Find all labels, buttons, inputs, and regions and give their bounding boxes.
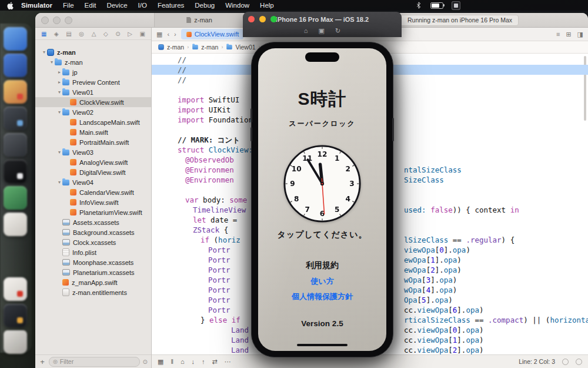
file-row[interactable]: PlanetariumView.swift <box>35 207 151 217</box>
disclosure-triangle[interactable]: ▸ <box>56 69 62 75</box>
help-indicator-icon[interactable] <box>576 359 582 365</box>
zoom-button[interactable] <box>65 16 72 24</box>
file-row[interactable]: CalendarView.swift <box>35 187 151 197</box>
inspector-icon[interactable]: ◨ <box>577 31 583 38</box>
dock-app-icon[interactable] <box>4 80 27 104</box>
project-navigator-icon[interactable]: ▦ <box>41 31 46 37</box>
minimize-button[interactable] <box>259 16 266 22</box>
file-row[interactable]: ▾z-man <box>35 47 151 57</box>
disclosure-triangle[interactable]: ▾ <box>56 110 62 115</box>
breakpoints-navigator-icon[interactable]: ▷ <box>128 31 132 37</box>
home-icon[interactable]: ⌂ <box>304 26 308 37</box>
menu-help[interactable]: Help <box>255 2 279 9</box>
menu-file[interactable]: File <box>58 2 79 9</box>
menu-window[interactable]: Window <box>220 2 255 9</box>
file-row[interactable]: Planetarium.xcassets <box>35 267 151 277</box>
menu-features[interactable]: Features <box>152 2 189 9</box>
filter-field[interactable]: ◎ <box>49 357 140 367</box>
reports-navigator-icon[interactable]: ▣ <box>139 31 145 37</box>
file-row[interactable]: ▾z-man <box>35 57 151 67</box>
file-row[interactable]: ▸jp <box>35 67 151 77</box>
step-down-icon[interactable]: ↓ <box>192 358 195 366</box>
disclosure-triangle[interactable]: ▾ <box>56 150 62 155</box>
file-row[interactable]: ▾View01 <box>35 87 151 97</box>
trash-icon[interactable] <box>4 330 27 354</box>
home-icon[interactable]: ⌂ <box>181 358 185 366</box>
find-navigator-icon[interactable]: ◎ <box>79 31 84 37</box>
close-button[interactable] <box>248 16 255 22</box>
file-row[interactable]: z-man.entitlements <box>35 287 151 297</box>
power-button[interactable] <box>392 118 394 141</box>
file-row[interactable]: ▸Preview Content <box>35 77 151 87</box>
file-tree[interactable]: ▾z-man▾z-man▸jp▸Preview Content▾View01Cl… <box>35 40 151 354</box>
file-row[interactable]: z_manApp.swift <box>35 277 151 287</box>
add-button[interactable]: + <box>39 357 46 366</box>
disclosure-triangle[interactable]: ▾ <box>56 180 62 185</box>
file-row[interactable]: ▾View02 <box>35 107 151 117</box>
dock-app-icon[interactable] <box>4 186 27 210</box>
bluetooth-icon[interactable] <box>416 2 421 9</box>
recent-files-icon[interactable]: ⊙ <box>143 359 148 365</box>
disclosure-triangle[interactable]: ▾ <box>41 49 47 55</box>
issues-navigator-icon[interactable]: △ <box>92 31 96 37</box>
split-icon[interactable]: ⊞ <box>566 31 571 38</box>
file-row[interactable]: Info.plist <box>35 247 151 257</box>
bookmarks-navigator-icon[interactable]: ▤ <box>66 31 71 37</box>
menu-i-o[interactable]: I/O <box>133 2 152 9</box>
source-control-navigator-icon[interactable]: ◈ <box>54 31 59 37</box>
swap-icon[interactable]: ⇄ <box>212 358 218 366</box>
more-icon[interactable]: ⋯ <box>225 358 231 366</box>
disclosure-triangle[interactable]: ▸ <box>56 79 62 85</box>
dock-app-icon[interactable] <box>4 54 27 77</box>
breadcrumb-item[interactable]: z-man <box>158 44 184 51</box>
file-row[interactable]: ClockView.swift <box>35 97 151 107</box>
menu-debug[interactable]: Debug <box>189 2 220 9</box>
disclosure-triangle[interactable]: ▾ <box>49 59 55 65</box>
file-row[interactable]: DigitalView.swift <box>35 167 151 177</box>
apple-menu-icon[interactable] <box>7 2 14 9</box>
tests-navigator-icon[interactable]: ◇ <box>103 31 108 37</box>
dock-app-icon[interactable] <box>4 213 27 236</box>
dock-app-icon[interactable] <box>4 107 27 130</box>
menu-simulator[interactable]: Simulator <box>16 2 58 9</box>
disclosure-triangle[interactable]: ▾ <box>56 89 62 95</box>
file-row[interactable]: AnalogView.swift <box>35 157 151 167</box>
minimap-icon[interactable]: ≡ <box>556 31 560 38</box>
forward-button[interactable]: › <box>174 31 176 38</box>
file-row[interactable]: LandscapeMain.swift <box>35 117 151 127</box>
related-items-icon[interactable]: ▦ <box>156 31 162 38</box>
iphone-screen[interactable]: S時計 スーパークロック 121234567891011 タップしてください。 … <box>258 48 386 351</box>
back-button[interactable]: ‹ <box>167 31 169 38</box>
grid-icon[interactable]: ▦ <box>158 358 163 366</box>
pause-icon[interactable]: ‖ <box>171 358 173 366</box>
file-row[interactable]: Background.xcassets <box>35 227 151 237</box>
dock-app-icon[interactable] <box>4 27 27 51</box>
privacy-policy-link[interactable]: 個人情報保護方針 <box>258 291 386 302</box>
rotate-icon[interactable]: ↻ <box>335 26 340 37</box>
filter-input[interactable] <box>60 358 136 365</box>
menu-edit[interactable]: Edit <box>79 2 102 9</box>
home-indicator[interactable] <box>297 344 348 347</box>
close-button[interactable] <box>41 16 49 24</box>
file-row[interactable]: InfoView.swift <box>35 197 151 207</box>
breadcrumb-item[interactable]: z-man <box>192 44 218 51</box>
simulator-titlebar[interactable]: iPhone 16 Pro Max — iOS 18.2 ⌂▣↻ <box>243 12 402 37</box>
file-row[interactable]: Assets.xcassets <box>35 217 151 227</box>
dock-app-icon[interactable] <box>4 277 27 301</box>
volume-down-button[interactable] <box>250 127 252 141</box>
issues-indicator-icon[interactable] <box>562 359 569 365</box>
file-row[interactable]: PortraitMain.swift <box>35 137 151 147</box>
menu-device[interactable]: Device <box>101 2 132 9</box>
zoom-button[interactable] <box>270 16 277 22</box>
tab-z-man[interactable]: z-man <box>154 13 245 27</box>
step-up-icon[interactable]: ↑ <box>202 358 205 366</box>
screenshot-icon[interactable]: ▣ <box>319 26 325 37</box>
analog-clock[interactable]: 121234567891011 <box>282 144 362 224</box>
file-row[interactable]: Clock.xcassets <box>35 237 151 247</box>
battery-icon[interactable] <box>430 2 443 9</box>
menubar-app-badge-icon[interactable] <box>452 1 460 10</box>
debug-navigator-icon[interactable]: ⊙ <box>115 31 120 37</box>
dock-app-icon[interactable] <box>4 133 27 157</box>
dock-app-icon[interactable] <box>4 160 27 183</box>
dock-app-icon[interactable] <box>4 304 27 327</box>
